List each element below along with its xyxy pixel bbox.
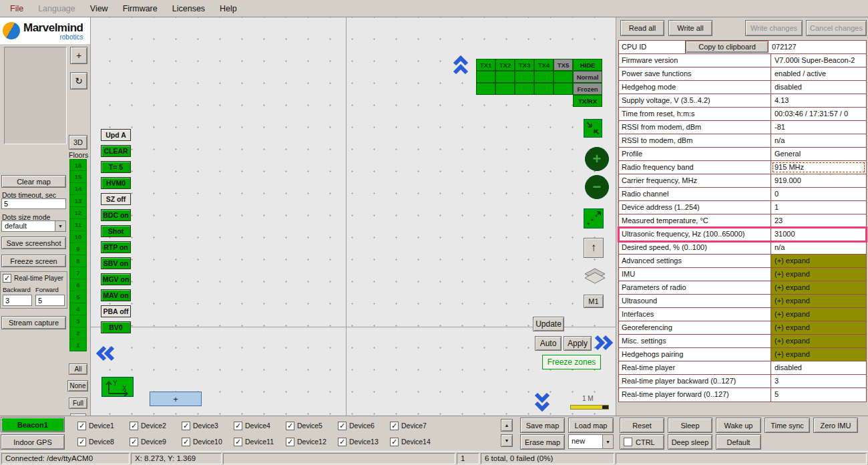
param-value[interactable]: disabled (771, 361, 866, 374)
device-checkbox[interactable]: ✓ (390, 422, 399, 430)
device-checkbox[interactable]: ✓ (182, 422, 190, 430)
param-value[interactable]: n/a (771, 241, 866, 254)
menu-help[interactable]: Help (212, 1, 244, 17)
sleep-button[interactable]: Sleep (668, 418, 712, 433)
forward-input[interactable] (35, 295, 65, 306)
param-value[interactable]: n/a (771, 134, 866, 147)
device-item[interactable]: ✓Device7 (390, 418, 442, 434)
tx5-cell[interactable]: TX5 (554, 59, 573, 71)
floor-button[interactable]: 15 (69, 171, 87, 183)
device-item[interactable]: ✓Device4 (234, 418, 286, 434)
tx-cell[interactable] (476, 71, 495, 83)
device-item[interactable]: ✓Device9 (130, 434, 182, 450)
param-value[interactable]: 5 (771, 388, 866, 402)
param-value[interactable]: enabled / active (771, 67, 866, 80)
tx-cell[interactable] (495, 83, 515, 95)
map-button-shot[interactable]: Shot (101, 225, 131, 237)
device-checkbox[interactable]: ✓ (234, 438, 242, 446)
device-checkbox[interactable]: ✓ (286, 422, 294, 430)
tx-hide-button[interactable]: HIDE (573, 59, 602, 71)
default-button[interactable]: Default (716, 434, 761, 450)
clear-map-button[interactable]: Clear map (1, 175, 66, 188)
device-item[interactable]: ✓Device14 (390, 434, 442, 450)
map-button-bv0[interactable]: BV0 (101, 321, 131, 333)
device-checkbox[interactable]: ✓ (130, 438, 138, 446)
beacon1-tab[interactable]: Beacon1 (1, 417, 65, 432)
device-item[interactable]: ✓Device6 (338, 418, 390, 434)
map-canvas[interactable]: Upd A CLEAR T= 5 HVM0 SZ off BDC on Shot… (90, 17, 616, 416)
stream-capture-button[interactable]: Stream capture (1, 316, 66, 329)
device-item[interactable]: ✓Device8 (77, 434, 130, 450)
write-all-button[interactable]: Write all (668, 20, 712, 36)
tx3-cell[interactable]: TX3 (515, 59, 534, 71)
deep-sleep-button[interactable]: Deep sleep (668, 434, 712, 450)
map-button-pba-off[interactable]: PBA off (101, 305, 131, 317)
param-value[interactable]: 23 (771, 214, 866, 227)
ctrl-checkbox[interactable] (624, 438, 632, 446)
dots-size-select[interactable]: default ▼ (1, 220, 66, 232)
map-button-bdc-on[interactable]: BDC on (101, 209, 131, 221)
param-value-focused[interactable]: 915 MHz (771, 161, 866, 174)
param-value[interactable]: -81 (771, 121, 866, 134)
param-value[interactable]: 919.000 (771, 174, 866, 187)
backward-input[interactable] (3, 295, 32, 306)
zero-imu-button[interactable]: Zero IMU (813, 418, 858, 433)
wake-up-button[interactable]: Wake up (716, 418, 761, 433)
floor-button[interactable]: 16 (69, 159, 87, 171)
map-select[interactable]: new ▼ (568, 434, 614, 449)
param-value[interactable]: 31000 (771, 228, 866, 241)
collapse-left-chevron-icon[interactable] (96, 345, 116, 362)
tx-cell[interactable] (534, 83, 554, 95)
menu-firmware[interactable]: Firmware (116, 1, 165, 17)
realtime-player-checkbox[interactable]: ✓ (3, 274, 11, 283)
param-value[interactable]: disabled (771, 81, 866, 94)
tx2-cell[interactable]: TX2 (495, 59, 515, 71)
expand-button[interactable]: (+) expand (771, 281, 866, 294)
indoor-gps-tab[interactable]: Indoor GPS (1, 434, 65, 450)
auto-button[interactable]: Auto (535, 336, 562, 351)
map-button-clear[interactable]: CLEAR (101, 145, 131, 157)
device-item[interactable]: ✓Device1 (77, 418, 130, 434)
ctrl-toggle-button[interactable]: CTRL (620, 434, 664, 450)
menu-view[interactable]: View (83, 1, 116, 17)
erase-map-button[interactable]: Erase map (520, 434, 565, 450)
collapse-down-chevron-icon[interactable] (533, 392, 551, 412)
map-button-rtp-on[interactable]: RTP on (101, 241, 131, 253)
param-value[interactable]: 00:03:46 / 17:31:57 / 0 (771, 108, 866, 120)
tx-txrx-button[interactable]: TX/RX (573, 95, 602, 107)
device-scroll-down-button[interactable]: ▼ (501, 434, 513, 447)
map-button-upd-a[interactable]: Upd A (101, 129, 131, 141)
collapse-arrows-icon[interactable] (584, 119, 602, 138)
collapse-up-chevron-icon[interactable] (452, 55, 469, 75)
tx-normal-button[interactable]: Normal (573, 71, 602, 83)
tx-cell[interactable] (476, 83, 495, 95)
tx-cell[interactable] (554, 71, 573, 83)
copy-to-clipboard-button[interactable]: Copy to clipboard (686, 41, 769, 53)
floor-button[interactable]: 9 (69, 243, 87, 255)
crosshair-tool-button[interactable]: + (70, 47, 87, 64)
param-value[interactable]: 3 (771, 375, 866, 388)
tx-cell[interactable] (515, 83, 534, 95)
tx-frozen-button[interactable]: Frozen (573, 83, 602, 95)
expand-right-chevron-icon[interactable] (594, 334, 614, 351)
map-button-mav-on[interactable]: MAV on (101, 289, 131, 301)
device-checkbox[interactable]: ✓ (182, 438, 190, 446)
expand-button[interactable]: (+) expand (771, 308, 866, 321)
floor-button[interactable]: 13 (69, 195, 87, 207)
menu-licenses[interactable]: Licenses (165, 1, 212, 17)
menu-file[interactable]: File (3, 1, 31, 17)
tx-cell[interactable] (495, 71, 515, 83)
map-button-mgv-on[interactable]: MGV on (101, 273, 131, 285)
floor-button[interactable]: 6 (69, 279, 87, 291)
device-item[interactable]: ✓Device5 (286, 418, 338, 434)
device-item[interactable]: ✓Device10 (182, 434, 234, 450)
add-submap-button[interactable]: + (150, 392, 202, 406)
floor-button[interactable]: 5 (69, 291, 87, 303)
param-value[interactable]: General (771, 148, 866, 160)
load-map-button[interactable]: Load map (568, 418, 614, 433)
param-value[interactable]: 072127 (769, 41, 866, 53)
tx1-cell[interactable]: TX1 (476, 59, 495, 71)
expand-button[interactable]: (+) expand (771, 321, 866, 334)
realtime-player-toggle[interactable]: ✓ Real-time Player (3, 274, 63, 283)
floor-button[interactable]: 14 (69, 183, 87, 195)
